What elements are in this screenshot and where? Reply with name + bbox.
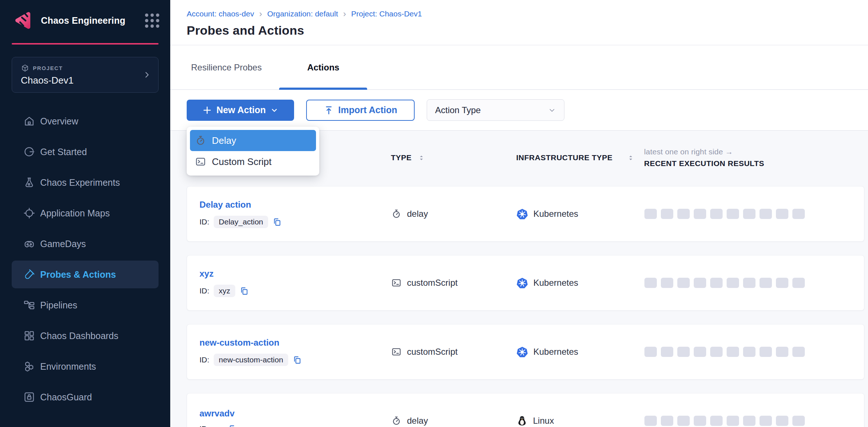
chevron-down-icon bbox=[270, 106, 278, 114]
execution-results-placeholder bbox=[644, 416, 857, 426]
column-header-type: TYPE bbox=[391, 153, 516, 162]
chevron-down-icon bbox=[548, 106, 556, 114]
action-id: new-custom-action bbox=[214, 354, 288, 366]
infrastructure-type: Kubernetes bbox=[533, 347, 578, 357]
table-row[interactable]: Delay action ID: Delay_action delay bbox=[187, 186, 864, 242]
lock-icon bbox=[23, 391, 35, 403]
import-action-button[interactable]: Import Action bbox=[306, 100, 415, 121]
id-label: ID: bbox=[199, 286, 209, 295]
breadcrumb-separator: › bbox=[259, 9, 262, 18]
action-name-link[interactable]: awrvadv bbox=[199, 408, 235, 419]
tab-actions[interactable]: Actions bbox=[279, 45, 367, 89]
tab-resilience-probes[interactable]: Resilience Probes bbox=[187, 45, 266, 89]
id-label: ID: bbox=[199, 218, 209, 226]
page-title: Probes and Actions bbox=[187, 23, 868, 38]
brand-header: Chaos Engineering bbox=[0, 0, 170, 31]
results-hint: latest one on right side → bbox=[644, 147, 733, 156]
action-name-link[interactable]: xyz bbox=[199, 269, 214, 279]
stopwatch-icon bbox=[195, 135, 206, 146]
kubernetes-icon bbox=[517, 208, 528, 220]
action-type: delay bbox=[407, 209, 428, 219]
tab-bar: Resilience Probes Actions bbox=[170, 45, 868, 90]
home-icon bbox=[23, 115, 35, 127]
action-type-select[interactable]: Action Type bbox=[427, 99, 564, 121]
new-action-button[interactable]: New Action bbox=[187, 100, 294, 121]
app-window: Chaos Engineering PROJECT Chaos-Dev1 bbox=[0, 0, 868, 427]
infrastructure-type: Linux bbox=[533, 416, 554, 426]
terminal-icon bbox=[195, 156, 206, 167]
stopwatch-icon bbox=[391, 416, 401, 426]
action-type: customScript bbox=[407, 347, 458, 357]
action-type: customScript bbox=[407, 278, 458, 288]
infrastructure-type: Kubernetes bbox=[533, 278, 578, 288]
cube-icon bbox=[21, 64, 29, 72]
id-label: ID: bbox=[199, 355, 209, 364]
import-icon bbox=[324, 105, 334, 115]
kubernetes-icon bbox=[517, 346, 528, 358]
hexagons-icon bbox=[23, 360, 35, 373]
sidebar-item-chaosguard[interactable]: ChaosGuard bbox=[12, 383, 159, 411]
sidebar-item-overview[interactable]: Overview bbox=[12, 107, 159, 135]
action-type: delay bbox=[407, 416, 428, 426]
breadcrumb-account[interactable]: Account: chaos-dev bbox=[187, 9, 254, 18]
terminal-icon bbox=[391, 347, 401, 357]
sidebar-item-get-started[interactable]: Get Started bbox=[12, 138, 159, 166]
sidebar-item-application-maps[interactable]: Application Maps bbox=[12, 199, 159, 227]
sort-icon[interactable] bbox=[627, 154, 635, 162]
sidebar-item-chaos-dashboards[interactable]: Chaos Dashboards bbox=[12, 322, 159, 350]
test-tube-icon bbox=[23, 268, 35, 281]
execution-results-placeholder bbox=[644, 209, 857, 219]
project-label: PROJECT bbox=[33, 65, 63, 71]
column-header-results: latest one on right side → RECENT EXECUT… bbox=[644, 147, 861, 168]
brand-divider bbox=[12, 43, 159, 45]
action-name-link[interactable]: new-custom-action bbox=[199, 338, 279, 348]
action-id: Delay_action bbox=[214, 216, 268, 228]
module-grid-icon[interactable] bbox=[145, 14, 159, 28]
page-header: Account: chaos-dev › Organization: defau… bbox=[170, 0, 868, 45]
breadcrumb-separator: › bbox=[343, 9, 346, 18]
kubernetes-icon bbox=[517, 277, 528, 289]
harness-chaos-logo-icon bbox=[13, 10, 34, 31]
pipeline-icon bbox=[23, 299, 35, 311]
sidebar-item-environments[interactable]: Environments bbox=[12, 353, 159, 380]
sidebar-nav: Overview Get Started Chaos Experiments A… bbox=[12, 107, 159, 411]
gamepad-icon bbox=[23, 238, 35, 250]
new-action-menu: Delay Custom Script bbox=[187, 127, 319, 176]
get-started-icon bbox=[23, 146, 35, 158]
menu-item-custom-script[interactable]: Custom Script bbox=[190, 151, 316, 172]
action-id: xyz bbox=[214, 285, 236, 297]
main-panel: Account: chaos-dev › Organization: defau… bbox=[170, 0, 868, 427]
sidebar-item-pipelines[interactable]: Pipelines bbox=[12, 291, 159, 319]
sort-icon[interactable] bbox=[418, 154, 425, 162]
sidebar: Chaos Engineering PROJECT Chaos-Dev1 bbox=[0, 0, 170, 427]
toolbar: New Action Import Action Action Type bbox=[170, 90, 868, 131]
copy-icon[interactable] bbox=[228, 424, 237, 427]
menu-item-delay[interactable]: Delay bbox=[190, 130, 316, 151]
project-name: Chaos-Dev1 bbox=[21, 75, 149, 86]
copy-icon[interactable] bbox=[273, 218, 282, 227]
table-row[interactable]: xyz ID: xyz customScript bbox=[187, 255, 864, 311]
linux-icon bbox=[517, 415, 528, 426]
dashboard-icon bbox=[23, 330, 35, 342]
project-selector[interactable]: PROJECT Chaos-Dev1 bbox=[12, 57, 159, 93]
breadcrumb-organization[interactable]: Organization: default bbox=[267, 9, 338, 18]
copy-icon[interactable] bbox=[293, 355, 302, 365]
breadcrumb-project[interactable]: Project: Chaos-Dev1 bbox=[351, 9, 422, 18]
table-row[interactable]: awrvadv ID: delay bbox=[187, 393, 864, 427]
product-title: Chaos Engineering bbox=[41, 15, 125, 26]
execution-results-placeholder bbox=[644, 278, 857, 288]
sidebar-item-gamedays[interactable]: GameDays bbox=[12, 230, 159, 258]
target-icon bbox=[23, 207, 35, 219]
breadcrumb: Account: chaos-dev › Organization: defau… bbox=[187, 9, 868, 18]
execution-results-placeholder bbox=[644, 347, 857, 357]
table-row[interactable]: new-custom-action ID: new-custom-action … bbox=[187, 324, 864, 380]
plus-icon bbox=[202, 105, 212, 115]
infrastructure-type: Kubernetes bbox=[533, 209, 578, 219]
sidebar-item-probes-actions[interactable]: Probes & Actions bbox=[12, 261, 159, 288]
column-header-infrastructure: INFRASTRUCTURE TYPE bbox=[516, 153, 644, 163]
id-label: ID: bbox=[199, 424, 209, 427]
stopwatch-icon bbox=[391, 209, 401, 219]
sidebar-item-chaos-experiments[interactable]: Chaos Experiments bbox=[12, 169, 159, 196]
copy-icon[interactable] bbox=[240, 286, 249, 296]
action-name-link[interactable]: Delay action bbox=[199, 200, 251, 210]
